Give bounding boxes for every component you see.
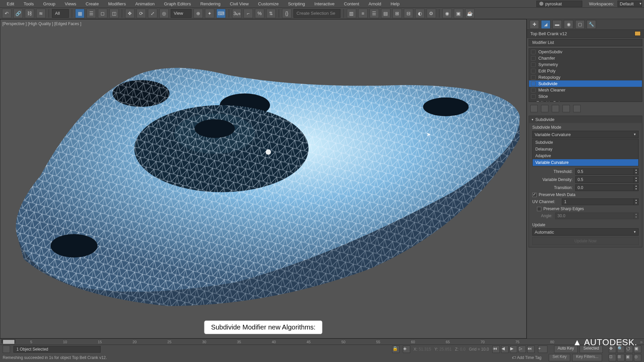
mode-option-variable-curvature[interactable]: Variable Curvature: [533, 159, 638, 166]
next-frame-icon[interactable]: ▷: [519, 346, 526, 353]
modifier-chamfer[interactable]: Chamfer: [529, 55, 642, 61]
timeline[interactable]: 0 / 100 51015202530354045505560657075808…: [0, 339, 644, 345]
menu-civil-view[interactable]: Civil View: [225, 1, 253, 7]
tab-motion-icon[interactable]: ◉: [564, 20, 573, 29]
subdivide-mode-dropdown[interactable]: Variable Curvature ▼: [532, 131, 639, 138]
show-end-result-icon[interactable]: [541, 105, 548, 112]
tab-create-icon[interactable]: ✚: [530, 20, 539, 29]
undo-icon[interactable]: ↶: [2, 9, 11, 18]
edit-named-sel-icon[interactable]: {}: [282, 9, 291, 18]
transition-spinner[interactable]: 0.0▲▼: [575, 184, 639, 191]
tab-modify-icon[interactable]: ◢: [541, 20, 550, 29]
tab-hierarchy-icon[interactable]: ▬: [552, 20, 562, 29]
modifier-edit-poly[interactable]: Edit Poly: [529, 68, 642, 74]
mode-option-delaunay[interactable]: Delaunay: [533, 146, 638, 153]
window-crossing-icon[interactable]: ◫: [109, 9, 119, 18]
workspace-dropdown[interactable]: Default: [618, 1, 642, 7]
play-icon[interactable]: ▶: [510, 346, 517, 353]
preserve-edges-checkbox[interactable]: Preserve Sharp Edges: [537, 206, 639, 211]
rollout-header[interactable]: ▾ Subdivide: [529, 116, 642, 123]
menu-arnold[interactable]: Arnold: [364, 1, 386, 7]
add-time-tag[interactable]: 🏷 Add Time Tag: [512, 355, 541, 360]
set-key-big-icon[interactable]: +: [538, 346, 547, 353]
menu-create[interactable]: Create: [81, 1, 103, 7]
modifier-subdivide[interactable]: Subdivide: [529, 80, 642, 87]
viewport[interactable]: [Perspective ] [High Quality ] [Edged Fa…: [0, 19, 527, 339]
menu-tools[interactable]: Tools: [19, 1, 38, 7]
zoom-extents-icon[interactable]: ⊡: [609, 354, 616, 361]
ref-coord-dropdown[interactable]: View: [171, 9, 192, 18]
mode-option-subdivide[interactable]: Subdivide: [533, 139, 638, 146]
placement-icon[interactable]: ◎: [159, 9, 169, 18]
menu-views[interactable]: Views: [60, 1, 81, 7]
angle-snap-icon[interactable]: ⌐: [244, 9, 253, 18]
user-account-dropdown[interactable]: pyroskat ▼: [536, 1, 582, 7]
max-viewport-icon[interactable]: ▣: [626, 354, 633, 361]
object-color-swatch[interactable]: [635, 31, 641, 36]
density-spinner[interactable]: 0.5▲▼: [575, 176, 639, 183]
uv-channel-spinner[interactable]: 1▲▼: [562, 198, 639, 205]
curve-editor-icon[interactable]: ⊞: [392, 9, 402, 18]
ribbon-icon[interactable]: ▤: [381, 9, 390, 18]
material-editor-icon[interactable]: ◐: [415, 9, 425, 18]
remove-modifier-icon[interactable]: [562, 105, 570, 112]
menu-graph-editors[interactable]: Graph Editors: [159, 1, 196, 7]
preserve-mesh-checkbox[interactable]: Preserve Mesh Data: [532, 192, 639, 197]
keyboard-shortcut-icon[interactable]: ⌨: [216, 9, 226, 18]
nav-icon[interactable]: ◎: [634, 354, 641, 361]
threshold-spinner[interactable]: 0.5▲▼: [575, 168, 639, 175]
named-selection-input[interactable]: Create Selection Se: [293, 9, 340, 18]
manipulate-icon[interactable]: ✦: [205, 9, 214, 18]
snap-toggle-icon[interactable]: 3ᔕ: [232, 9, 241, 18]
goto-start-icon[interactable]: ⏮: [492, 346, 500, 353]
menu-modifiers[interactable]: Modifiers: [103, 1, 130, 7]
selection-filter-dropdown[interactable]: All: [52, 9, 69, 18]
unlink-icon[interactable]: ⛓: [25, 9, 34, 18]
menu-interactive[interactable]: Interactive: [310, 1, 339, 7]
modifier-opensubdiv[interactable]: OpenSubdiv: [529, 49, 642, 55]
isolate-icon[interactable]: ◈: [403, 346, 410, 353]
align-icon[interactable]: ≡: [358, 9, 368, 18]
mode-option-adaptive[interactable]: Adaptive: [533, 153, 638, 159]
prev-frame-icon[interactable]: ◀: [501, 346, 508, 353]
make-unique-icon[interactable]: [552, 105, 559, 112]
select-by-name-icon[interactable]: ☰: [87, 9, 96, 18]
schematic-icon[interactable]: ⊟: [404, 9, 413, 18]
modifier-slice[interactable]: Slice: [529, 93, 642, 100]
timeline-slider[interactable]: [3, 340, 15, 344]
rotate-icon[interactable]: ⟳: [137, 9, 146, 18]
bind-icon[interactable]: ≋: [36, 9, 46, 18]
zoom-all-icon[interactable]: ⊞: [617, 354, 625, 361]
menu-customize[interactable]: Customize: [253, 1, 283, 7]
modifier-list-dropdown[interactable]: Modifier List: [529, 39, 642, 46]
render-settings-icon[interactable]: ▣: [454, 9, 463, 18]
move-icon[interactable]: ✥: [125, 9, 135, 18]
timeline-caret-icon[interactable]: »: [640, 339, 643, 345]
percent-snap-icon[interactable]: %: [255, 9, 264, 18]
modifier-editable-poly[interactable]: ▸Editable Poly: [529, 100, 642, 102]
pivot-icon[interactable]: ⊕: [194, 9, 203, 18]
render-teapot-icon[interactable]: ☕: [465, 9, 475, 18]
menu-content[interactable]: Content: [339, 1, 364, 7]
modifier-mesh-cleaner[interactable]: Mesh Cleaner: [529, 87, 642, 93]
scale-icon[interactable]: ⤢: [148, 9, 157, 18]
link-icon[interactable]: 🔗: [13, 9, 23, 18]
menu-edit[interactable]: Edit: [2, 1, 19, 7]
tab-display-icon[interactable]: ▢: [575, 20, 585, 29]
configure-sets-icon[interactable]: [573, 105, 581, 112]
menu-group[interactable]: Group: [39, 1, 60, 7]
menu-scripting[interactable]: Scripting: [283, 1, 310, 7]
menu-animation[interactable]: Animation: [130, 1, 159, 7]
pin-stack-icon[interactable]: [530, 105, 538, 112]
lock-selection-icon[interactable]: 🔒: [392, 346, 399, 353]
modifier-symmetry[interactable]: Symmetry: [529, 61, 642, 68]
spinner-snap-icon[interactable]: ⇅: [266, 9, 276, 18]
select-object-icon[interactable]: ▦: [75, 9, 85, 18]
tab-utilities-icon[interactable]: 🔧: [587, 20, 596, 29]
modifier-retopology[interactable]: Retopology: [529, 74, 642, 80]
update-mode-dropdown[interactable]: Automatic ▼: [532, 228, 639, 236]
key-filters-button[interactable]: Key Filters...: [572, 354, 602, 361]
menu-help[interactable]: Help: [386, 1, 404, 7]
mirror-icon[interactable]: ▥: [347, 9, 356, 18]
set-key-button[interactable]: Set Key: [549, 354, 570, 361]
